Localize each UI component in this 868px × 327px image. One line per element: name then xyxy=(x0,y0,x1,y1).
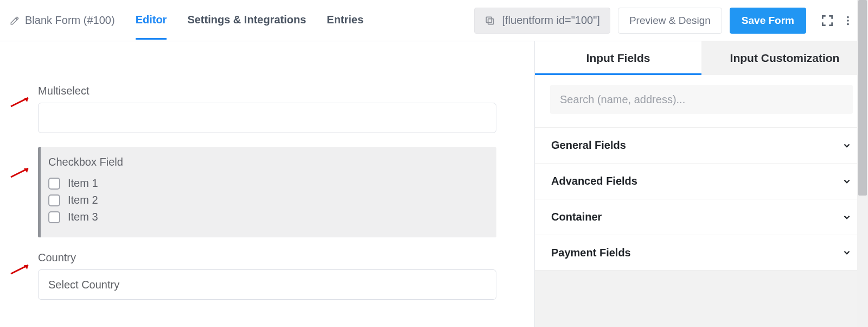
checkbox-option-label: Item 3 xyxy=(68,211,98,223)
checkbox-option[interactable]: Item 3 xyxy=(48,209,487,225)
checkbox-option-label: Item 2 xyxy=(68,194,98,206)
tab-entries[interactable]: Entries xyxy=(327,0,363,41)
multiselect-input[interactable] xyxy=(38,103,496,133)
checkbox-label: Checkbox Field xyxy=(48,156,487,168)
copy-icon xyxy=(484,15,495,26)
panel-tab-input-customization[interactable]: Input Customization xyxy=(701,41,868,75)
group-payment-fields[interactable]: Payment Fields xyxy=(535,235,868,271)
country-placeholder: Select Country xyxy=(48,279,119,291)
svg-point-2 xyxy=(847,16,849,18)
checkbox-icon[interactable] xyxy=(48,211,60,223)
annotation-arrow xyxy=(10,166,31,178)
page-scrollbar[interactable] xyxy=(857,0,868,327)
checkbox-icon[interactable] xyxy=(48,178,60,190)
more-menu-icon[interactable] xyxy=(838,10,858,31)
group-general-fields[interactable]: General Fields xyxy=(535,127,868,163)
group-label: General Fields xyxy=(551,139,626,152)
field-groups: General Fields Advanced Fields Container… xyxy=(535,127,868,271)
panel-tabs: Input Fields Input Customization xyxy=(535,41,868,75)
main-tabs: Editor Settings & Integrations Entries xyxy=(136,0,364,41)
group-label: Advanced Fields xyxy=(551,175,637,187)
group-label: Payment Fields xyxy=(551,247,631,259)
form-canvas: Multiselect Checkbox Field Item 1 Item 2… xyxy=(0,41,534,327)
tab-editor[interactable]: Editor xyxy=(136,0,167,41)
checkbox-icon[interactable] xyxy=(48,194,60,206)
main-area: Multiselect Checkbox Field Item 1 Item 2… xyxy=(0,41,868,327)
annotation-arrow xyxy=(10,96,31,108)
country-label: Country xyxy=(38,251,496,264)
svg-rect-0 xyxy=(488,18,494,24)
tab-settings-integrations[interactable]: Settings & Integrations xyxy=(187,0,306,41)
panel-tab-input-fields[interactable]: Input Fields xyxy=(535,41,701,75)
shortcode-box[interactable]: [fluentform id="100"] xyxy=(474,8,610,34)
annotation-arrow xyxy=(10,263,31,275)
scrollbar-thumb[interactable] xyxy=(858,0,867,196)
form-title[interactable]: Blank Form (#100) xyxy=(10,14,115,27)
chevron-down-icon xyxy=(842,177,852,186)
fullscreen-icon[interactable] xyxy=(817,10,838,31)
shortcode-text: [fluentform id="100"] xyxy=(502,14,599,27)
top-bar: Blank Form (#100) Editor Settings & Inte… xyxy=(0,0,868,41)
checkbox-option[interactable]: Item 1 xyxy=(48,175,487,192)
svg-point-3 xyxy=(847,20,849,22)
field-search-input[interactable] xyxy=(550,85,853,114)
chevron-down-icon xyxy=(842,248,852,257)
field-country[interactable]: Country Select Country xyxy=(38,251,496,300)
svg-point-4 xyxy=(847,23,849,25)
form-title-text: Blank Form (#100) xyxy=(25,14,115,27)
right-panel: Input Fields Input Customization General… xyxy=(534,41,868,327)
chevron-down-icon xyxy=(842,141,852,150)
field-multiselect[interactable]: Multiselect xyxy=(38,85,496,133)
group-label: Container xyxy=(551,211,602,223)
field-search-wrap xyxy=(535,75,868,127)
svg-rect-1 xyxy=(487,17,492,22)
preview-design-button[interactable]: Preview & Design xyxy=(618,8,722,34)
group-container[interactable]: Container xyxy=(535,199,868,235)
save-form-button[interactable]: Save Form xyxy=(730,8,806,34)
checkbox-option[interactable]: Item 2 xyxy=(48,192,487,209)
pencil-icon xyxy=(10,16,20,26)
multiselect-label: Multiselect xyxy=(38,85,496,97)
country-select[interactable]: Select Country xyxy=(38,269,496,300)
checkbox-option-label: Item 1 xyxy=(68,177,98,190)
field-checkbox[interactable]: Checkbox Field Item 1 Item 2 Item 3 xyxy=(38,147,496,237)
group-advanced-fields[interactable]: Advanced Fields xyxy=(535,163,868,199)
chevron-down-icon xyxy=(842,212,852,222)
